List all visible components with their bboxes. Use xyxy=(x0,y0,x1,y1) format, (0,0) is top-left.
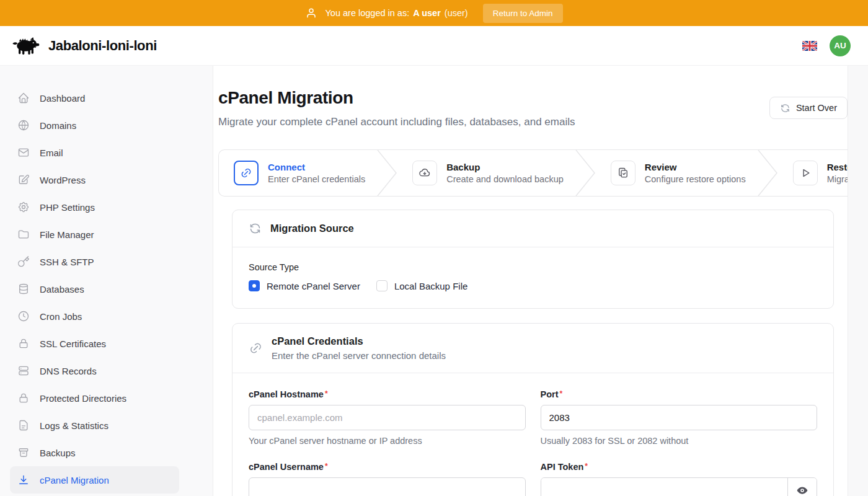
step-backup[interactable]: Backup Create and download backup xyxy=(397,150,575,196)
lock-icon xyxy=(17,337,30,350)
option-label: Local Backup File xyxy=(394,281,467,291)
sidebar: Dashboard Domains Email WordPress PHP Se… xyxy=(0,66,213,496)
step-separator xyxy=(575,150,596,196)
credentials-header: cPanel Credentials Enter the cPanel serv… xyxy=(232,324,833,373)
migration-stepper: Connect Enter cPanel credentials Backup … xyxy=(218,149,848,197)
option-local-backup-file[interactable]: Local Backup File xyxy=(376,280,467,291)
link-icon xyxy=(234,161,259,185)
sidebar-item-logs-statistics[interactable]: Logs & Statistics xyxy=(10,412,179,439)
step-separator xyxy=(376,150,397,196)
step-review[interactable]: Review Configure restore options xyxy=(596,150,757,196)
boar-logo-icon xyxy=(11,36,41,56)
username-label: cPanel Username* xyxy=(249,462,526,472)
sidebar-item-ssh-sftp[interactable]: SSH & SFTP xyxy=(10,248,179,275)
link-icon xyxy=(249,341,263,355)
sidebar-item-label: SSH & SFTP xyxy=(40,257,94,267)
hostname-field: cPanel Hostname* Your cPanel server host… xyxy=(249,389,526,446)
required-mark: * xyxy=(560,389,563,398)
username-input[interactable] xyxy=(249,477,526,496)
impersonation-message: You are logged in as: A user (user) xyxy=(326,8,468,18)
step-subtitle: Enter cPanel credentials xyxy=(268,174,365,184)
sidebar-item-file-manager[interactable]: File Manager xyxy=(10,221,179,248)
sidebar-item-label: Databases xyxy=(40,284,84,294)
migration-source-card: Migration Source Source Type Remote cPan… xyxy=(232,210,834,309)
play-icon xyxy=(793,161,818,185)
card-title: cPanel Credentials xyxy=(272,335,446,347)
sidebar-item-cpanel-migration[interactable]: cPanel Migration xyxy=(10,466,179,494)
sidebar-item-databases[interactable]: Databases xyxy=(10,275,179,303)
step-subtitle: Configure restore options xyxy=(645,174,746,184)
sidebar-item-label: Cron Jobs xyxy=(40,311,82,322)
server-icon xyxy=(17,365,30,377)
required-mark: * xyxy=(325,389,328,398)
sidebar-item-protected-directories[interactable]: Protected Directories xyxy=(10,384,179,412)
sidebar-item-dashboard[interactable]: Dashboard xyxy=(10,84,179,112)
sidebar-item-domains[interactable]: Domains xyxy=(10,112,179,139)
option-remote-cpanel-server[interactable]: Remote cPanel Server xyxy=(249,280,360,291)
step-restore[interactable]: Restore Migration progress xyxy=(778,150,848,196)
toggle-token-visibility-button[interactable] xyxy=(787,478,817,496)
card-subtitle: Enter the cPanel server connection detai… xyxy=(272,350,446,361)
sidebar-item-email[interactable]: Email xyxy=(10,139,179,166)
sidebar-item-label: PHP Settings xyxy=(40,202,95,213)
sidebar-item-php-settings[interactable]: PHP Settings xyxy=(10,193,179,221)
radio-selected-icon[interactable] xyxy=(249,280,260,291)
folder-icon xyxy=(17,228,30,241)
brand-name: Jabaloni-loni-loni xyxy=(48,38,157,54)
clock-icon xyxy=(17,310,30,322)
port-input[interactable] xyxy=(541,405,818,430)
uk-flag-icon[interactable] xyxy=(802,41,817,51)
username-field: cPanel Username* xyxy=(249,462,526,496)
archive-icon xyxy=(17,446,30,459)
sidebar-item-label: Logs & Statistics xyxy=(40,420,108,431)
impersonated-user-role: (user) xyxy=(445,8,468,18)
sidebar-item-label: cPanel Migration xyxy=(40,475,109,485)
user-avatar[interactable]: AU xyxy=(830,35,851,56)
lock-icon xyxy=(17,392,30,404)
sidebar-item-label: Protected Directories xyxy=(40,393,126,404)
sidebar-item-label: Domains xyxy=(40,120,76,131)
api-token-input[interactable] xyxy=(541,478,788,496)
brand[interactable]: Jabaloni-loni-loni xyxy=(11,36,157,56)
refresh-icon xyxy=(249,222,262,235)
required-mark: * xyxy=(585,462,588,471)
sidebar-item-label: Dashboard xyxy=(40,93,85,104)
port-label: Port* xyxy=(541,389,818,399)
sidebar-item-ssl-certificates[interactable]: SSL Certificates xyxy=(10,330,179,357)
return-to-admin-button[interactable]: Return to Admin xyxy=(483,4,563,23)
impersonation-banner: You are logged in as: A user (user) Retu… xyxy=(0,0,868,26)
hostname-input[interactable] xyxy=(249,405,526,430)
hostname-help: Your cPanel server hostname or IP addres… xyxy=(249,436,526,446)
sidebar-item-cron-jobs[interactable]: Cron Jobs xyxy=(10,303,179,330)
start-over-button[interactable]: Start Over xyxy=(769,97,848,119)
sidebar-item-label: WordPress xyxy=(40,175,86,185)
database-icon xyxy=(17,283,30,295)
page-header: cPanel Migration Migrate your complete c… xyxy=(218,88,848,128)
step-subtitle: Create and download backup xyxy=(446,174,564,184)
sidebar-item-backups[interactable]: Backups xyxy=(10,439,179,466)
download-icon xyxy=(17,474,30,486)
hostname-label: cPanel Hostname* xyxy=(249,389,526,399)
step-separator xyxy=(757,150,778,196)
radio-unselected-icon[interactable] xyxy=(376,280,388,291)
clipboard-check-icon xyxy=(611,161,636,185)
api-token-input-group xyxy=(541,477,818,496)
app-header: Jabaloni-loni-loni AU xyxy=(0,26,868,66)
sidebar-item-label: File Manager xyxy=(40,229,94,240)
header-actions: AU xyxy=(802,35,856,56)
step-subtitle: Migration progress xyxy=(827,174,848,184)
pencil-square-icon xyxy=(17,174,30,186)
eye-icon xyxy=(796,484,808,496)
step-connect[interactable]: Connect Enter cPanel credentials xyxy=(219,150,376,196)
migration-source-header: Migration Source xyxy=(232,210,833,247)
step-title: Backup xyxy=(446,162,564,172)
page-title: cPanel Migration xyxy=(218,88,575,108)
source-type-options: Remote cPanel Server Local Backup File xyxy=(249,280,817,291)
impersonated-user-name: A user xyxy=(413,8,441,18)
person-icon xyxy=(306,7,317,19)
sidebar-item-dns-records[interactable]: DNS Records xyxy=(10,357,179,384)
step-title: Review xyxy=(645,162,746,172)
key-icon xyxy=(17,255,30,268)
sidebar-item-wordpress[interactable]: WordPress xyxy=(10,166,179,193)
api-token-label: API Token* xyxy=(541,462,818,472)
